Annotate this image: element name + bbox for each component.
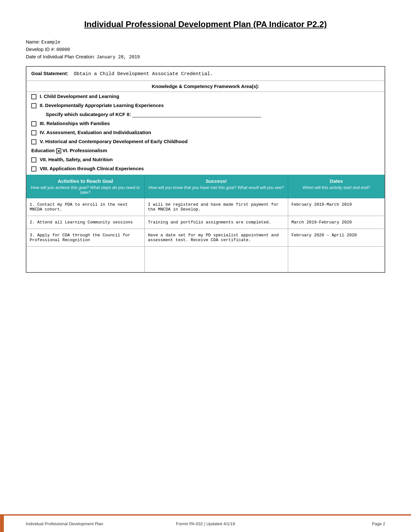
empty-dates — [288, 247, 385, 272]
goal-row: Goal Statement: Obtain a Child Developme… — [26, 66, 385, 81]
goal-cell: Goal Statement: Obtain a Child Developme… — [26, 66, 385, 81]
footer-left: Individual Professional Development Plan — [26, 521, 146, 526]
date-label: Date of Individual Plan Creation: — [26, 54, 95, 59]
col1-subtitle: How will you achieve this goal? What ste… — [29, 185, 142, 195]
area-VI-label: Education ✕ VI. Professionalism — [31, 148, 107, 153]
name-label: Name: — [26, 39, 40, 44]
checkbox-V[interactable] — [31, 139, 36, 144]
framework-area-II: II. Developmentally Appropriate Learning… — [26, 101, 385, 110]
dates-3: February 2020 – April 2020 — [288, 229, 385, 247]
framework-area-VIII: VIII. Application through Clinical Exper… — [26, 164, 385, 175]
checkbox-III[interactable] — [31, 121, 36, 126]
name-value: Example — [41, 40, 60, 45]
dates-1: February 2019-March 2019 — [288, 198, 385, 216]
framework-area-VI: Education ✕ VI. Professionalism — [26, 146, 385, 155]
table-row-3: 3. Apply for CDA through the Council for… — [26, 229, 385, 247]
checkbox-VII[interactable] — [31, 157, 36, 163]
activity-2: 2. Attend all Learning Community session… — [26, 216, 144, 229]
area-V-label: V. Historical and Contemporary Developme… — [40, 139, 188, 144]
activity-3: 3. Apply for CDA through the Council for… — [26, 229, 144, 247]
table-row-empty — [26, 247, 385, 272]
kcf-II-input — [132, 112, 261, 117]
empty-activity — [26, 247, 144, 272]
footer-accent — [0, 514, 4, 532]
header-fields: Name: Example Develop ID #: 00000 Date o… — [26, 39, 385, 60]
activities-header-row: Activities to Reach Goal How will you ac… — [26, 175, 385, 198]
framework-area-I: I. Child Development and Learning — [26, 92, 385, 101]
success-3: Have a date set for my PD specialist app… — [144, 229, 288, 247]
area-II-label: II. Developmentally Appropriate Learning… — [40, 103, 164, 108]
area-I-label: I. Child Development and Learning — [40, 94, 119, 99]
area-III-label: III. Relationships with Families — [40, 121, 110, 126]
checkbox-VIII[interactable] — [31, 166, 36, 172]
name-field: Name: Example — [26, 39, 385, 45]
area-II-sub-label: Specify which subcategory of KCF II: — [46, 112, 261, 117]
framework-area-V: V. Historical and Contemporary Developme… — [26, 137, 385, 146]
framework-area-IV: IV. Assessment, Evaluation and Individua… — [26, 128, 385, 137]
develop-id-value: 00000 — [56, 47, 70, 52]
success-1: I will be registered and have made first… — [144, 198, 288, 216]
framework-area-III: III. Relationships with Families — [26, 119, 385, 128]
col2-subtitle: How will you know that you have met this… — [147, 185, 285, 190]
success-2: Training and portfolio assignments are c… — [144, 216, 288, 229]
page-title: Individual Professional Development Plan… — [26, 19, 385, 29]
area-VIII-label: VIII. Application through Clinical Exper… — [40, 166, 144, 171]
framework-area-II-sub: Specify which subcategory of KCF II: — [26, 110, 385, 119]
col2-header: Success! How will you know that you have… — [144, 175, 288, 198]
table-row-2: 2. Attend all Learning Community session… — [26, 216, 385, 229]
date-field: Date of Individual Plan Creation: Januar… — [26, 54, 385, 60]
goal-value: Obtain a Child Development Associate Cre… — [74, 71, 213, 77]
col1-header: Activities to Reach Goal How will you ac… — [26, 175, 144, 198]
col1-title: Activities to Reach Goal — [29, 178, 142, 184]
develop-id-label: Develop ID #: — [26, 46, 55, 52]
footer-center: Form# PA-032 | Updated 4/1/19 — [146, 521, 266, 526]
empty-success — [144, 247, 288, 272]
footer-right: Page 2 — [265, 521, 385, 526]
develop-id-field: Develop ID #: 00000 — [26, 46, 385, 52]
col3-title: Dates — [291, 178, 382, 184]
table-row-1: 1. Contact my PDA to enroll in the next … — [26, 198, 385, 216]
framework-header-row: Knowledge & Competency Framework Area(s)… — [26, 81, 385, 92]
date-value: January 28, 2019 — [96, 54, 140, 60]
col3-subtitle: When will this activity start and end? — [291, 185, 382, 190]
area-VII-label: VII. Health, Safety, and Nutrition — [40, 157, 113, 162]
col3-header: Dates When will this activity start and … — [288, 175, 385, 198]
framework-area-VII: VII. Health, Safety, and Nutrition — [26, 155, 385, 164]
area-IV-label: IV. Assessment, Evaluation and Individua… — [40, 130, 151, 135]
dates-2: March 2019-February 2020 — [288, 216, 385, 229]
checkbox-I[interactable] — [31, 94, 36, 99]
col2-title: Success! — [147, 178, 285, 184]
page-footer: Individual Professional Development Plan… — [0, 514, 411, 532]
checkbox-IV[interactable] — [31, 130, 36, 135]
framework-header: Knowledge & Competency Framework Area(s)… — [26, 81, 385, 92]
goal-label: Goal Statement: — [31, 71, 68, 76]
main-table: Goal Statement: Obtain a Child Developme… — [26, 66, 385, 273]
checkbox-II[interactable] — [31, 103, 36, 108]
activity-1: 1. Contact my PDA to enroll in the next … — [26, 198, 144, 216]
